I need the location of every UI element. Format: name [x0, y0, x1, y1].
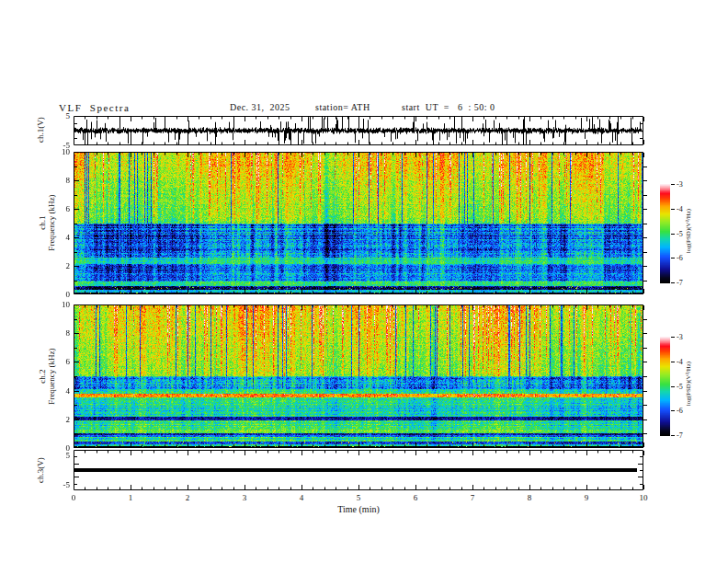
colorbar-tick-mark [671, 386, 675, 387]
ch3-waveform-canvas [74, 450, 651, 490]
ch2-spec-ytick: 2 [37, 415, 70, 424]
ch2-spec-ytick: 6 [37, 357, 70, 366]
time-xtick: 3 [231, 493, 258, 502]
ch1-spec-ytick: 0 [37, 290, 70, 299]
colorbar-tick-label: -4 [677, 205, 683, 213]
colorbar-tick-mark [671, 362, 675, 362]
colorbar-tick-mark [671, 184, 675, 185]
start-ut-label: start UT = 6 : 50: 0 [402, 102, 495, 112]
colorbar-tick-mark [671, 282, 675, 283]
ch3-wave-ytick: -5 [37, 480, 70, 489]
time-xtick: 2 [174, 493, 201, 502]
time-xtick: 5 [345, 493, 372, 502]
time-xtick: 10 [630, 493, 657, 502]
time-xtick: 1 [117, 493, 144, 502]
ch2-spec-ytick: 8 [37, 328, 70, 338]
colorbar-2-label: log(PSD)(V²/Hz) [685, 351, 692, 416]
colorbar-tick-label: -6 [677, 407, 683, 415]
colorbar-tick-label: -5 [677, 230, 683, 238]
ch1-spec-ytick: 10 [37, 147, 70, 156]
colorbar-tick-mark [671, 234, 675, 235]
ch1-spec-ytick: 2 [37, 261, 70, 270]
colorbar-tick-mark [671, 435, 675, 436]
colorbar-tick-mark [671, 258, 675, 259]
colorbar-tick-mark [671, 337, 675, 338]
ch2-spectrogram-canvas [74, 304, 651, 448]
time-xtick: 7 [459, 493, 486, 502]
time-xtick: 8 [516, 493, 543, 502]
ch1-spec-ytick: 4 [37, 233, 70, 242]
colorbar-tick-label: -7 [677, 279, 683, 287]
ch1-wave-ytick: 5 [37, 111, 70, 121]
station-label: station= ATH [315, 102, 370, 112]
colorbar-2 [660, 337, 670, 436]
colorbar-tick-mark [671, 410, 675, 411]
ch1-waveform-canvas [74, 116, 651, 145]
ch1-spectrogram-canvas [74, 152, 651, 294]
ch1-spec-ytick: 8 [37, 176, 70, 185]
colorbar-tick-label: -3 [677, 333, 683, 341]
ch3-voltage-axis-label: ch.3(V) [36, 424, 45, 516]
time-xtick: 0 [60, 493, 87, 502]
colorbar-tick-mark [671, 209, 675, 210]
colorbar-tick-label: -4 [677, 358, 683, 366]
colorbar-tick-label: -7 [677, 431, 683, 440]
time-xtick: 4 [288, 493, 315, 502]
colorbar-tick-label: -6 [677, 254, 683, 262]
vlf-spectra-plot: VLF Spectra Dec. 31, 2025 station= ATH s… [0, 0, 728, 563]
time-xtick: 9 [573, 493, 600, 502]
ch2-spec-ytick: 4 [37, 386, 70, 396]
ch2-spec-ytick: 10 [37, 300, 70, 309]
ch3-wave-ytick: 5 [37, 451, 70, 460]
colorbar-tick-label: -3 [677, 180, 683, 189]
date-label: Dec. 31, 2025 [230, 102, 290, 112]
colorbar-1 [660, 184, 670, 283]
time-xtick: 6 [402, 493, 429, 502]
time-axis-label: Time (min) [313, 504, 404, 514]
ch1-spec-ytick: 6 [37, 204, 70, 213]
colorbar-tick-label: -5 [677, 383, 683, 391]
colorbar-1-label: log(PSD)(V²/Hz) [685, 199, 692, 263]
ch1-voltage-axis-label: ch.1(V) [36, 84, 45, 176]
